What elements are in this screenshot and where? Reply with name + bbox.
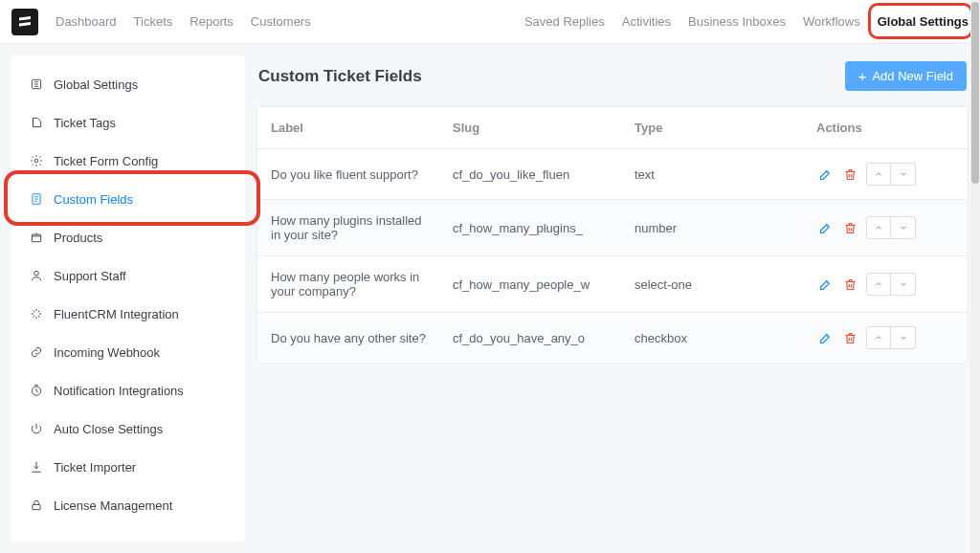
sidebar-item-label: Products bbox=[54, 231, 102, 245]
scrollbar-thumb[interactable] bbox=[971, 2, 979, 184]
row-label: How many people works in your company? bbox=[257, 256, 439, 313]
sidebar-item-label: Notification Integrations bbox=[54, 384, 184, 398]
trash-icon[interactable] bbox=[841, 329, 858, 346]
row-type: select-one bbox=[621, 256, 803, 313]
custom-fields-table: Label Slug Type Actions Do you like flue… bbox=[256, 106, 969, 364]
sidebar-item-auto-close-settings[interactable]: Auto Close Settings bbox=[11, 409, 245, 448]
row-actions bbox=[803, 200, 968, 256]
row-label: Do you like fluent support? bbox=[257, 149, 439, 200]
import-icon bbox=[29, 459, 44, 475]
link-icon bbox=[29, 344, 44, 360]
row-slug: cf_how_many_plugins_ bbox=[439, 200, 621, 256]
svg-point-4 bbox=[34, 271, 39, 276]
row-actions bbox=[803, 149, 968, 200]
nav-workflows[interactable]: Workflows bbox=[803, 14, 860, 29]
nav-reports[interactable]: Reports bbox=[189, 14, 234, 29]
sidebar-item-label: Ticket Importer bbox=[54, 460, 136, 475]
row-label: How many plugins installed in your site? bbox=[257, 200, 439, 256]
sidebar-item-support-staff[interactable]: Support Staff bbox=[11, 256, 245, 295]
add-new-field-button[interactable]: + Add New Field bbox=[845, 61, 967, 91]
sidebar-item-label: Incoming Webhook bbox=[54, 345, 160, 360]
row-slug: cf_do_you_have_any_o bbox=[439, 313, 621, 363]
trash-icon[interactable] bbox=[841, 219, 858, 236]
sidebar-item-fluentcrm-integration[interactable]: FluentCRM Integration bbox=[11, 295, 245, 333]
page-title: Custom Ticket Fields bbox=[258, 67, 422, 86]
move-down-button[interactable] bbox=[891, 216, 916, 239]
row-type: text bbox=[621, 149, 803, 200]
sidebar-item-label: Global Settings bbox=[54, 77, 138, 92]
sidebar-item-custom-fields[interactable]: Custom Fields bbox=[11, 180, 245, 218]
app-logo[interactable] bbox=[11, 9, 38, 35]
nav-right: Saved Replies Activities Business Inboxe… bbox=[524, 0, 969, 43]
sidebar: Global SettingsTicket TagsTicket Form Co… bbox=[11, 55, 245, 542]
move-up-button[interactable] bbox=[866, 273, 891, 296]
move-down-button[interactable] bbox=[891, 326, 916, 349]
move-down-button[interactable] bbox=[891, 273, 916, 296]
nav-tickets[interactable]: Tickets bbox=[134, 14, 173, 29]
col-header-actions: Actions bbox=[803, 107, 968, 149]
table-row: Do you have any other site?cf_do_you_hav… bbox=[257, 313, 968, 363]
nav-global-settings[interactable]: Global Settings bbox=[878, 14, 969, 29]
sidebar-item-ticket-tags[interactable]: Ticket Tags bbox=[11, 103, 245, 142]
table-row: Do you like fluent support?cf_do_you_lik… bbox=[257, 149, 968, 200]
power-icon bbox=[29, 421, 44, 436]
row-slug: cf_how_many_people_w bbox=[439, 256, 621, 313]
sidebar-item-label: Auto Close Settings bbox=[54, 422, 163, 436]
scrollbar-track[interactable] bbox=[970, 0, 980, 553]
nav-saved-replies[interactable]: Saved Replies bbox=[524, 14, 605, 29]
tag-icon bbox=[29, 115, 44, 130]
box-icon bbox=[29, 230, 44, 245]
col-header-label: Label bbox=[257, 107, 439, 149]
svg-rect-3 bbox=[32, 234, 40, 242]
edit-icon[interactable] bbox=[816, 276, 834, 293]
col-header-type: Type bbox=[621, 107, 803, 149]
move-down-button[interactable] bbox=[891, 163, 916, 186]
svg-rect-6 bbox=[33, 504, 40, 509]
clock-icon bbox=[29, 383, 44, 398]
row-slug: cf_do_you_like_fluen bbox=[439, 149, 621, 200]
sparkle-icon bbox=[29, 306, 44, 321]
sidebar-item-ticket-importer[interactable]: Ticket Importer bbox=[11, 448, 245, 486]
row-label: Do you have any other site? bbox=[257, 313, 439, 363]
nav-dashboard[interactable]: Dashboard bbox=[56, 14, 117, 29]
svg-point-1 bbox=[34, 159, 38, 163]
nav-left: Dashboard Tickets Reports Customers bbox=[56, 14, 311, 29]
trash-icon[interactable] bbox=[841, 166, 858, 183]
nav-customers[interactable]: Customers bbox=[251, 14, 311, 29]
move-up-button[interactable] bbox=[866, 163, 891, 186]
sidebar-item-notification-integrations[interactable]: Notification Integrations bbox=[11, 371, 245, 409]
col-header-slug: Slug bbox=[439, 107, 621, 149]
settings-icon bbox=[29, 77, 44, 92]
user-icon bbox=[29, 268, 44, 283]
gear-icon bbox=[29, 153, 44, 168]
doc-icon bbox=[29, 191, 44, 207]
sidebar-item-license-management[interactable]: License Management bbox=[11, 486, 245, 524]
main-panel: Custom Ticket Fields + Add New Field Lab… bbox=[256, 55, 969, 542]
nav-activities[interactable]: Activities bbox=[622, 14, 671, 29]
row-actions bbox=[803, 256, 968, 313]
sidebar-item-label: Support Staff bbox=[54, 269, 126, 283]
edit-icon[interactable] bbox=[816, 166, 834, 183]
sidebar-item-products[interactable]: Products bbox=[11, 218, 245, 256]
row-type: number bbox=[621, 200, 803, 256]
sidebar-item-incoming-webhook[interactable]: Incoming Webhook bbox=[11, 333, 245, 371]
sidebar-item-label: Ticket Form Config bbox=[54, 154, 158, 168]
sidebar-item-label: License Management bbox=[54, 498, 172, 513]
trash-icon[interactable] bbox=[841, 276, 858, 293]
move-up-button[interactable] bbox=[866, 326, 891, 349]
add-new-field-label: Add New Field bbox=[872, 69, 953, 83]
table-row: How many plugins installed in your site?… bbox=[257, 200, 968, 256]
move-up-button[interactable] bbox=[866, 216, 891, 239]
plus-icon: + bbox=[858, 69, 867, 83]
sidebar-item-label: Custom Fields bbox=[54, 192, 133, 207]
edit-icon[interactable] bbox=[816, 329, 834, 346]
sidebar-item-ticket-form-config[interactable]: Ticket Form Config bbox=[11, 142, 245, 180]
nav-business-inboxes[interactable]: Business Inboxes bbox=[688, 14, 786, 29]
table-row: How many people works in your company?cf… bbox=[257, 256, 968, 313]
row-type: checkbox bbox=[621, 313, 803, 363]
row-actions bbox=[803, 313, 968, 363]
lock-icon bbox=[29, 498, 44, 513]
edit-icon[interactable] bbox=[816, 219, 834, 236]
sidebar-item-global-settings[interactable]: Global Settings bbox=[11, 65, 245, 103]
sidebar-item-label: FluentCRM Integration bbox=[54, 307, 179, 321]
